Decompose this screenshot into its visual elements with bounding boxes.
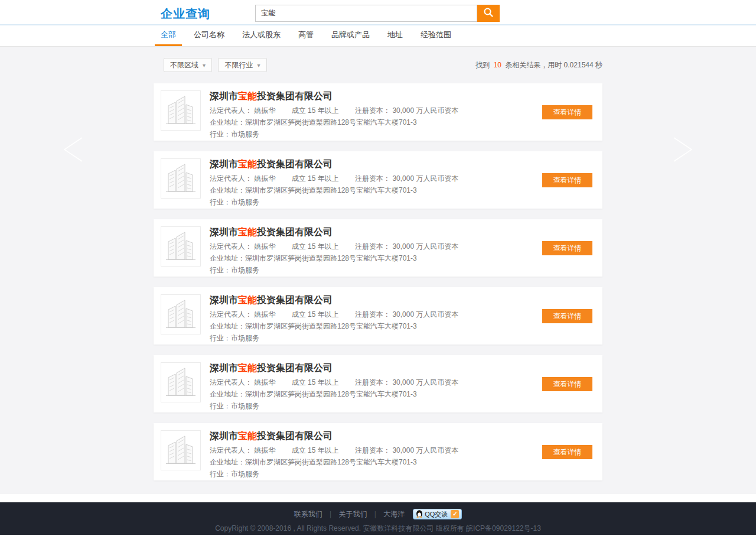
copyright-text: CopyRight © 2008-2016 , All Rights Reser… xyxy=(0,524,756,534)
founded-value: 成立 15 年以上 xyxy=(292,106,339,115)
search-type-tabbar: 全部 公司名称 法人或股东 高管 品牌或产品 地址 经验范围 xyxy=(0,25,756,47)
page-footer: 联系我们 ｜ 关于我们 ｜ 大海洋 QQ交谈 ✓ CopyRight © 200… xyxy=(0,502,756,535)
company-title-link[interactable]: 深圳市宝能投资集团有限公司 xyxy=(210,430,602,443)
legal-rep-value: 姚振华 xyxy=(254,310,275,319)
company-title-link[interactable]: 深圳市宝能投资集团有限公司 xyxy=(210,158,602,171)
results-area: 不限区域 ▾ 不限行业 ▾ 找到 10 条相关结果，用时 0.021544 秒 xyxy=(0,47,756,494)
tab-business-scope[interactable]: 经验范围 xyxy=(415,25,457,46)
result-card: 深圳市宝能投资集团有限公司 法定代表人： 姚振华 成立 15 年以上 注册资本：… xyxy=(154,151,602,209)
meta-line-3: 行业：市场服务 xyxy=(210,334,602,342)
legal-rep-value: 姚振华 xyxy=(254,106,275,115)
meta-line-2: 企业地址：深圳市罗湖区笋岗街道梨园路128号宝能汽车大楼701-3 xyxy=(210,118,602,126)
founded-value: 成立 15 年以上 xyxy=(292,446,339,454)
chevron-right-icon[interactable] xyxy=(672,137,695,165)
title-prefix: 深圳市 xyxy=(210,363,238,373)
tab-all[interactable]: 全部 xyxy=(155,25,182,46)
app-logo[interactable]: 企业查询 xyxy=(161,6,210,22)
building-icon xyxy=(165,229,197,264)
title-suffix: 投资集团有限公司 xyxy=(257,363,333,373)
chevron-left-icon[interactable] xyxy=(61,137,84,165)
search-bar xyxy=(255,5,500,22)
building-icon xyxy=(165,433,197,468)
qq-chat-button[interactable]: QQ交谈 ✓ xyxy=(413,509,462,519)
address-label: 企业地址： xyxy=(210,186,245,194)
capital-value: 30,000 万人民币资本 xyxy=(392,242,458,251)
region-filter-label: 不限区域 xyxy=(170,60,198,70)
meta-line-2: 企业地址：深圳市罗湖区笋岗街道梨园路128号宝能汽车大楼701-3 xyxy=(210,390,602,398)
search-input[interactable] xyxy=(255,5,477,22)
meta-line-3: 行业：市场服务 xyxy=(210,402,602,410)
title-highlight: 宝能 xyxy=(238,91,257,101)
view-details-button[interactable]: 查看详情 xyxy=(542,377,592,391)
capital-label: 注册资本： xyxy=(355,174,390,183)
tab-executives[interactable]: 高管 xyxy=(292,25,320,46)
founded-value: 成立 15 年以上 xyxy=(292,174,339,183)
view-details-button[interactable]: 查看详情 xyxy=(542,173,592,187)
tab-brand-or-product[interactable]: 品牌或产品 xyxy=(325,25,376,46)
capital-value: 30,000 万人民币资本 xyxy=(392,106,458,115)
footer-separator: ｜ xyxy=(372,509,379,519)
results-summary: 找到 10 条相关结果，用时 0.021544 秒 xyxy=(475,58,602,72)
title-suffix: 投资集团有限公司 xyxy=(257,431,333,441)
tab-legal-or-shareholder[interactable]: 法人或股东 xyxy=(236,25,286,46)
company-thumbnail xyxy=(161,430,201,470)
capital-label: 注册资本： xyxy=(355,378,390,386)
legal-rep-value: 姚振华 xyxy=(254,174,275,183)
founded-value: 成立 15 年以上 xyxy=(292,310,339,319)
industry-value: 市场服务 xyxy=(231,130,259,138)
address-label: 企业地址： xyxy=(210,254,245,262)
title-suffix: 投资集团有限公司 xyxy=(257,91,333,101)
address-label: 企业地址： xyxy=(210,322,245,330)
building-icon xyxy=(165,93,197,128)
meta-line-2: 企业地址：深圳市罗湖区笋岗街道梨园路128号宝能汽车大楼701-3 xyxy=(210,458,602,466)
capital-value: 30,000 万人民币资本 xyxy=(392,446,458,454)
address-label: 企业地址： xyxy=(210,458,245,466)
title-suffix: 投资集团有限公司 xyxy=(257,295,333,305)
summary-suffix: 条相关结果，用时 0.021544 秒 xyxy=(505,61,602,69)
result-card: 深圳市宝能投资集团有限公司 法定代表人： 姚振华 成立 15 年以上 注册资本：… xyxy=(154,423,602,480)
view-details-button[interactable]: 查看详情 xyxy=(542,105,592,119)
industry-label: 行业： xyxy=(210,470,231,478)
address-value: 深圳市罗湖区笋岗街道梨园路128号宝能汽车大楼701-3 xyxy=(245,186,417,194)
meta-line-3: 行业：市场服务 xyxy=(210,198,602,206)
legal-rep-label: 法定代表人： xyxy=(210,174,252,183)
industry-filter-dropdown[interactable]: 不限行业 ▾ xyxy=(218,58,266,72)
footer-link-dahaiyang[interactable]: 大海洋 xyxy=(383,509,405,519)
address-value: 深圳市罗湖区笋岗街道梨园路128号宝能汽车大楼701-3 xyxy=(245,254,417,262)
tab-company-name[interactable]: 公司名称 xyxy=(188,25,230,46)
view-details-button[interactable]: 查看详情 xyxy=(542,309,592,323)
building-icon xyxy=(165,365,197,400)
address-label: 企业地址： xyxy=(210,118,245,126)
search-button[interactable] xyxy=(477,5,500,22)
company-title-link[interactable]: 深圳市宝能投资集团有限公司 xyxy=(210,294,602,307)
view-details-button[interactable]: 查看详情 xyxy=(542,445,592,459)
meta-line-2: 企业地址：深圳市罗湖区笋岗街道梨园路128号宝能汽车大楼701-3 xyxy=(210,254,602,262)
industry-value: 市场服务 xyxy=(231,470,259,478)
footer-link-about[interactable]: 关于我们 xyxy=(338,509,367,519)
view-details-button[interactable]: 查看详情 xyxy=(542,241,592,255)
title-prefix: 深圳市 xyxy=(210,431,238,441)
title-highlight: 宝能 xyxy=(238,295,257,305)
title-highlight: 宝能 xyxy=(238,159,257,169)
footer-link-contact[interactable]: 联系我们 xyxy=(294,509,322,519)
company-title-link[interactable]: 深圳市宝能投资集团有限公司 xyxy=(210,362,602,375)
industry-value: 市场服务 xyxy=(231,266,259,274)
industry-value: 市场服务 xyxy=(231,402,259,410)
title-prefix: 深圳市 xyxy=(210,159,238,169)
pre-footer-spacer xyxy=(0,494,756,502)
company-title-link[interactable]: 深圳市宝能投资集团有限公司 xyxy=(210,90,602,103)
capital-value: 30,000 万人民币资本 xyxy=(392,174,458,183)
company-title-link[interactable]: 深圳市宝能投资集团有限公司 xyxy=(210,226,602,239)
title-prefix: 深圳市 xyxy=(210,227,238,237)
title-prefix: 深圳市 xyxy=(210,295,238,305)
region-filter-dropdown[interactable]: 不限区域 ▾ xyxy=(164,58,212,72)
search-icon xyxy=(483,7,494,20)
meta-line-3: 行业：市场服务 xyxy=(210,266,602,274)
company-thumbnail xyxy=(161,294,201,334)
tab-address[interactable]: 地址 xyxy=(382,25,409,46)
company-thumbnail xyxy=(161,226,201,267)
result-card: 深圳市宝能投资集团有限公司 法定代表人： 姚振华 成立 15 年以上 注册资本：… xyxy=(154,83,602,141)
capital-label: 注册资本： xyxy=(355,446,390,454)
meta-line-3: 行业：市场服务 xyxy=(210,130,602,138)
meta-line-2: 企业地址：深圳市罗湖区笋岗街道梨园路128号宝能汽车大楼701-3 xyxy=(210,322,602,330)
